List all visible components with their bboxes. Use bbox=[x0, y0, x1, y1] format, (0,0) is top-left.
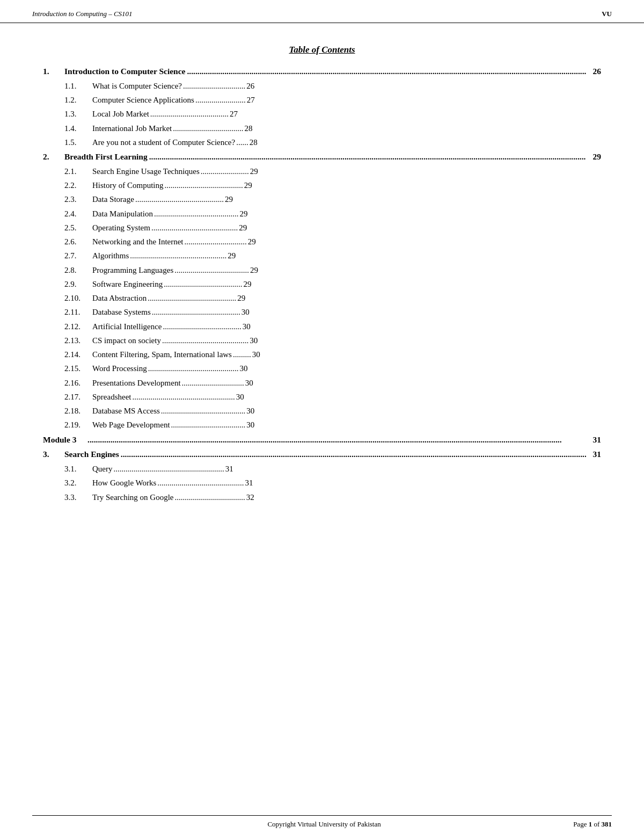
toc-entry-3: 3.Search Engines .......................… bbox=[43, 448, 601, 461]
toc-entry-2.11: 2.11.Database Systems...................… bbox=[43, 306, 601, 318]
toc-dots: ........................................… bbox=[161, 335, 250, 347]
toc-label: Spreadsheet bbox=[92, 391, 131, 403]
toc-page: 26 bbox=[586, 65, 601, 78]
toc-dots: ........................................… bbox=[113, 463, 225, 475]
toc-label: Data Manipulation bbox=[92, 208, 153, 220]
toc-dots: ....................................... bbox=[163, 278, 243, 291]
toc-label: How Google Works bbox=[92, 477, 156, 489]
toc-page: 31 bbox=[586, 448, 601, 461]
toc-label: Search Engine Usage Techniques bbox=[92, 165, 200, 178]
toc-num: 3.2. bbox=[64, 477, 92, 489]
toc-entry-2.16: 2.16.Presentations Development..........… bbox=[43, 377, 601, 389]
toc-entry-2.15: 2.15.Word Processing....................… bbox=[43, 362, 601, 375]
toc-label: Breadth First Learning bbox=[64, 150, 148, 164]
toc-entry-1.2: 1.2.Computer Science Applications.......… bbox=[43, 94, 601, 106]
toc-page: 30 bbox=[236, 391, 244, 403]
toc-dots: ............................... bbox=[184, 236, 248, 248]
toc-page: 32 bbox=[246, 491, 254, 504]
toc-dots: ..................................... bbox=[170, 419, 247, 431]
page-separator: of bbox=[592, 820, 601, 828]
page-container: Introduction to Computing – CS101 VU Tab… bbox=[0, 0, 644, 834]
header-university: VU bbox=[602, 10, 612, 18]
toc-page: 29 bbox=[250, 264, 258, 277]
toc-label: Query bbox=[92, 463, 113, 475]
toc-page: 30 bbox=[246, 405, 254, 417]
toc-dots: ............................... bbox=[181, 377, 245, 389]
toc-dots: ................................... bbox=[174, 491, 246, 504]
toc-dots: ........................................… bbox=[147, 292, 237, 304]
toc-num: 2.18. bbox=[64, 405, 92, 417]
toc-num: 3. bbox=[43, 448, 64, 461]
toc-page: 29 bbox=[250, 165, 258, 178]
toc-dots: ........................................… bbox=[86, 433, 586, 447]
page-label: Page bbox=[573, 820, 589, 828]
toc-entry-mod3: Module 3 ...............................… bbox=[43, 433, 601, 447]
toc-dots: ............................... bbox=[182, 80, 246, 92]
toc-num: 2.16. bbox=[64, 377, 92, 389]
toc-entry-2.17: 2.17.Spreadsheet........................… bbox=[43, 391, 601, 403]
toc-label: Artificial Intelligence bbox=[92, 321, 162, 333]
page-total: 381 bbox=[602, 820, 612, 828]
toc-entry-1: 1.Introduction to Computer Science .....… bbox=[43, 65, 601, 78]
toc-dots: ........................................… bbox=[153, 208, 240, 220]
page-footer: Copyright Virtual University of Pakistan… bbox=[0, 815, 644, 834]
toc-num: 2.6. bbox=[64, 236, 92, 248]
toc-page: 31 bbox=[586, 433, 601, 447]
toc-dots: ........................................… bbox=[185, 65, 586, 78]
footer-content: Copyright Virtual University of Pakistan… bbox=[0, 816, 644, 834]
toc-page: 29 bbox=[244, 179, 252, 192]
toc-entry-2.1: 2.1.Search Engine Usage Techniques......… bbox=[43, 165, 601, 178]
toc-dots: ...... bbox=[235, 136, 250, 149]
toc-section: 1.Introduction to Computer Science .....… bbox=[43, 65, 601, 504]
toc-module-num: Module 3 bbox=[43, 433, 86, 447]
toc-label: Content Filtering, Spam, International l… bbox=[92, 349, 232, 361]
toc-entry-1.4: 1.4.International Job Market............… bbox=[43, 122, 601, 135]
toc-page: 29 bbox=[586, 150, 601, 164]
toc-entry-1.3: 1.3.Local Job Market....................… bbox=[43, 108, 601, 120]
toc-label: Search Engines bbox=[64, 448, 119, 461]
toc-num: 2.2. bbox=[64, 179, 92, 192]
toc-num: 2.11. bbox=[64, 306, 92, 318]
toc-num: 2.9. bbox=[64, 278, 92, 291]
toc-label: Data Abstraction bbox=[92, 292, 147, 304]
toc-dots: ........................................… bbox=[151, 306, 241, 318]
toc-label: History of Computing bbox=[92, 179, 164, 192]
toc-num: 2.3. bbox=[64, 193, 92, 206]
footer-page-number: Page 1 of 381 bbox=[573, 820, 612, 829]
toc-entry-2.19: 2.19.Web Page Development...............… bbox=[43, 419, 601, 431]
toc-label: What is Computer Science? bbox=[92, 80, 182, 92]
toc-dots: ....................................... bbox=[164, 179, 244, 192]
toc-dots: ........................................… bbox=[156, 477, 245, 489]
toc-entry-1.5: 1.5.Are you not a student of Computer Sc… bbox=[43, 136, 601, 149]
toc-num: 2.12. bbox=[64, 321, 92, 333]
toc-page: 30 bbox=[246, 419, 254, 431]
toc-label: Data Storage bbox=[92, 193, 134, 206]
toc-num: 2.10. bbox=[64, 292, 92, 304]
toc-entry-3.2: 3.2.How Google Works....................… bbox=[43, 477, 601, 489]
toc-num: 2.1. bbox=[64, 165, 92, 178]
toc-entry-2.12: 2.12.Artificial Intelligence............… bbox=[43, 321, 601, 333]
toc-page: 27 bbox=[230, 108, 238, 120]
toc-label: Are you not a student of Computer Scienc… bbox=[92, 136, 235, 149]
toc-page: 31 bbox=[245, 477, 253, 489]
toc-dots: ........................................… bbox=[131, 391, 236, 403]
toc-entry-2.3: 2.3.Data Storage........................… bbox=[43, 193, 601, 206]
toc-page: 29 bbox=[239, 208, 247, 220]
toc-label: Presentations Development bbox=[92, 377, 181, 389]
toc-num: 2. bbox=[43, 150, 64, 164]
toc-page: 30 bbox=[252, 349, 260, 361]
toc-num: 1.1. bbox=[64, 80, 92, 92]
toc-label: International Job Market bbox=[92, 122, 172, 135]
toc-num: 1.2. bbox=[64, 94, 92, 106]
toc-num: 1.4. bbox=[64, 122, 92, 135]
toc-dots: ........................ bbox=[200, 165, 250, 178]
toc-dots: ........................................… bbox=[129, 250, 228, 262]
toc-num: 2.5. bbox=[64, 222, 92, 234]
toc-page: 30 bbox=[245, 377, 253, 389]
toc-entry-2.10: 2.10.Data Abstraction...................… bbox=[43, 292, 601, 304]
toc-num: 1. bbox=[43, 65, 64, 78]
toc-page: 30 bbox=[250, 335, 258, 347]
toc-page: 29 bbox=[248, 236, 256, 248]
toc-page: 29 bbox=[243, 278, 251, 291]
toc-dots: ....................................... bbox=[162, 321, 243, 333]
